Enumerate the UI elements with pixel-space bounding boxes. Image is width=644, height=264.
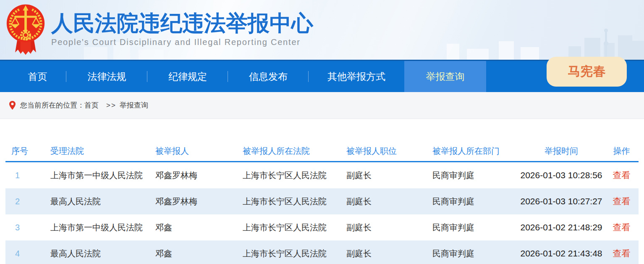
- cell-court: 上海市第一中级人民法院: [45, 222, 155, 233]
- table-row: 2最高人民法院邓鑫罗林梅上海市长宁区人民法院副庭长民商审判庭2026-01-03…: [5, 188, 639, 214]
- cell-action: 查看: [605, 169, 639, 181]
- cell-time: 2026-01-03 10:27:27: [518, 196, 605, 206]
- location-pin-icon: [9, 101, 16, 110]
- cell-reported_person: 邓鑫罗林梅: [155, 196, 241, 207]
- cell-time: 2026-01-03 10:28:56: [518, 170, 605, 180]
- cell-department: 民商审判庭: [432, 170, 518, 181]
- breadcrumb-home-link[interactable]: 首页: [84, 100, 99, 110]
- skyline-building: [447, 44, 459, 60]
- skyline-building: [499, 41, 514, 60]
- cell-person_court: 上海市长宁区人民法院: [241, 222, 346, 233]
- view-link[interactable]: 查看: [613, 170, 631, 180]
- cell-index: 4: [5, 249, 45, 259]
- cell-department: 民商审判庭: [432, 196, 518, 207]
- cell-person_court: 上海市长宁区人民法院: [241, 170, 346, 181]
- col-header-position: 被举报人职位: [346, 145, 432, 157]
- breadcrumb-label: 您当前所在的位置：: [20, 100, 84, 110]
- col-header-time: 举报时间: [518, 145, 605, 157]
- cell-reported_person: 邓鑫罗林梅: [155, 170, 241, 181]
- page-header: 人民法院违纪违法举报中心 People's Court Disciplinary…: [0, 0, 644, 60]
- cell-action: 查看: [605, 222, 639, 233]
- cell-index: 3: [5, 223, 45, 232]
- table-header-row: 序号 受理法院 被举报人 被举报人所在法院 被举报人职位 被举报人所在部门 举报…: [5, 141, 639, 161]
- skyline-building: [139, 50, 164, 60]
- site-title: 人民法院违纪违法举报中心: [51, 11, 313, 35]
- skyline-tower: [605, 32, 607, 60]
- col-header-index: 序号: [5, 145, 45, 157]
- nav-item-1[interactable]: 法律法规: [66, 61, 147, 92]
- cell-reported_person: 邓鑫: [155, 222, 241, 233]
- col-header-person-court: 被举报人所在法院: [241, 145, 346, 157]
- breadcrumb-current: 举报查询: [120, 100, 148, 110]
- cell-court: 最高人民法院: [45, 248, 155, 259]
- cell-position: 副庭长: [346, 170, 432, 181]
- cell-position: 副庭长: [346, 248, 432, 259]
- cell-court: 上海市第一中级人民法院: [45, 170, 155, 181]
- view-link[interactable]: 查看: [613, 196, 631, 206]
- cell-person_court: 上海市长宁区人民法院: [241, 196, 346, 207]
- court-emblem-logo: [5, 3, 46, 59]
- cell-person_court: 上海市长宁区人民法院: [241, 248, 346, 259]
- cell-index: 1: [5, 171, 45, 180]
- cell-department: 民商审判庭: [432, 222, 518, 233]
- cell-time: 2026-01-02 21:43:48: [518, 248, 605, 259]
- cell-position: 副庭长: [346, 196, 432, 207]
- nav-item-3[interactable]: 信息发布: [228, 61, 309, 92]
- view-link[interactable]: 查看: [613, 248, 631, 258]
- cell-time: 2026-01-02 21:48:29: [518, 222, 605, 232]
- site-subtitle: People's Court Disciplinary and Illegal …: [51, 37, 313, 47]
- main-nav: 首页法律法规纪律规定信息发布其他举报方式举报查询马宪春: [0, 60, 644, 92]
- view-link[interactable]: 查看: [613, 222, 631, 232]
- skyline-building: [84, 47, 107, 60]
- table-body: 1上海市第一中级人民法院邓鑫罗林梅上海市长宁区人民法院副庭长民商审判庭2026-…: [5, 162, 639, 264]
- col-header-court: 受理法院: [45, 145, 155, 157]
- cell-index: 2: [5, 197, 45, 206]
- skyline-building: [467, 49, 489, 60]
- skyline-building: [618, 35, 632, 60]
- skyline-building: [521, 47, 539, 60]
- cell-department: 民商审判庭: [432, 248, 518, 259]
- cell-action: 查看: [605, 248, 639, 259]
- nav-item-5[interactable]: 举报查询: [404, 61, 486, 92]
- report-query-table: 序号 受理法院 被举报人 被举报人所在法院 被举报人职位 被举报人所在部门 举报…: [5, 141, 639, 264]
- table-row: 1上海市第一中级人民法院邓鑫罗林梅上海市长宁区人民法院副庭长民商审判庭2026-…: [5, 162, 639, 188]
- table-row: 4最高人民法院邓鑫上海市长宁区人民法院副庭长民商审判庭2026-01-02 21…: [5, 240, 639, 264]
- nav-item-2[interactable]: 纪律规定: [147, 61, 228, 92]
- table-row: 3上海市第一中级人民法院邓鑫上海市长宁区人民法院副庭长民商审判庭2026-01-…: [5, 214, 639, 240]
- col-header-action: 操作: [605, 145, 639, 157]
- breadcrumb: 您当前所在的位置： 首页 >> 举报查询: [0, 92, 644, 119]
- user-button[interactable]: 马宪春: [547, 57, 627, 87]
- cell-action: 查看: [605, 195, 639, 207]
- cell-reported_person: 邓鑫: [155, 248, 241, 259]
- cell-position: 副庭长: [346, 222, 432, 233]
- breadcrumb-separator: >>: [106, 101, 116, 110]
- nav-item-0[interactable]: 首页: [9, 61, 66, 92]
- cell-court: 最高人民法院: [45, 196, 155, 207]
- nav-item-4[interactable]: 其他举报方式: [309, 61, 404, 92]
- col-header-department: 被举报人所在部门: [432, 145, 518, 157]
- col-header-reported-person: 被举报人: [155, 145, 241, 157]
